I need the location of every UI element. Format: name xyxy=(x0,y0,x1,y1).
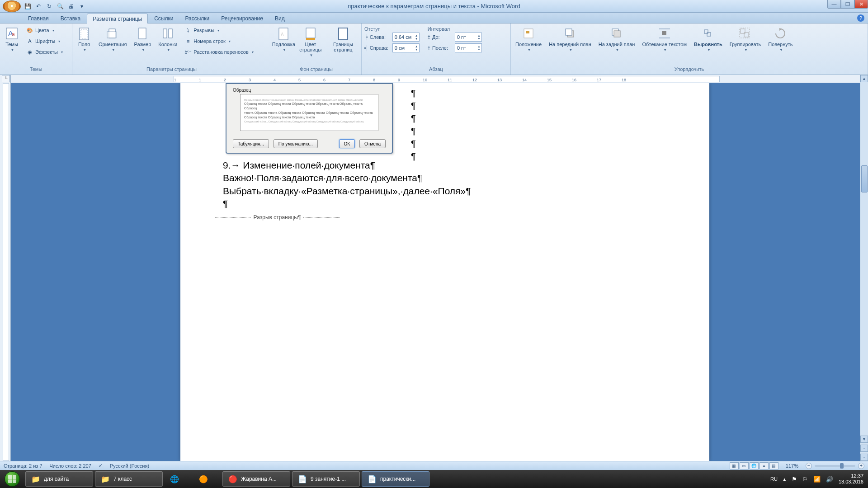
hyphenation-icon: bᶜ⁻ xyxy=(184,48,192,56)
orientation-icon xyxy=(105,26,120,41)
tabs-dialog-button[interactable]: Табуляция... xyxy=(233,139,269,148)
horizontal-ruler[interactable]: 1123456789101112131415161718 xyxy=(11,75,860,83)
minimize-button[interactable]: — xyxy=(827,0,841,9)
tray-action-center-icon[interactable]: ⚑ xyxy=(792,476,797,483)
margins-button[interactable]: Поля▼ xyxy=(75,25,93,53)
spin-up-icon[interactable]: ▲ xyxy=(477,34,481,37)
theme-colors-button[interactable]: 🎨Цвета▾ xyxy=(24,25,65,35)
zoom-in-icon[interactable]: + xyxy=(858,463,864,469)
spin-up-icon[interactable]: ▲ xyxy=(477,45,481,48)
zoom-track[interactable] xyxy=(815,465,855,467)
spin-down-icon[interactable]: ▼ xyxy=(415,37,418,40)
themes-button[interactable]: Aa Темы ▼ xyxy=(3,25,21,53)
tab-references[interactable]: Ссылки xyxy=(149,14,179,23)
dialog-preview: Предыдущий абзац Предыдущий абзац Предыд… xyxy=(240,94,378,131)
rotate-button[interactable]: Повернуть▼ xyxy=(766,25,794,53)
document-text[interactable]: 9.→ Изменение·полей·документа¶ Важно!·По… xyxy=(223,159,471,210)
spacing-after-input[interactable]: 0 пт▲▼ xyxy=(455,43,482,52)
spacing-before-input[interactable]: 0 пт▲▼ xyxy=(455,33,482,42)
page-color-button[interactable]: Цвет страницы▼ xyxy=(297,25,324,58)
scroll-up-icon[interactable]: ▲ xyxy=(860,75,868,82)
undo-icon[interactable]: ↶ xyxy=(34,2,42,10)
word-count[interactable]: Число слов: 2 207 xyxy=(50,463,91,469)
taskbar-item[interactable]: 📁7 класс xyxy=(95,471,163,487)
orientation-button[interactable]: Ориентация▼ xyxy=(97,25,128,53)
hyphenation-button[interactable]: bᶜ⁻Расстановка переносов▾ xyxy=(183,47,255,57)
text-wrap-button[interactable]: Обтекание текстом▼ xyxy=(640,25,689,53)
tab-view[interactable]: Вид xyxy=(269,14,290,23)
quick-print-icon[interactable]: 🖨 xyxy=(67,2,75,10)
tab-insert[interactable]: Вставка xyxy=(55,14,86,23)
spin-up-icon[interactable]: ▲ xyxy=(415,45,418,48)
office-button[interactable] xyxy=(3,0,21,12)
position-button[interactable]: Положение▼ xyxy=(514,25,543,53)
spin-down-icon[interactable]: ▼ xyxy=(477,48,481,51)
tab-page-layout[interactable]: Разметка страницы xyxy=(87,14,148,23)
redo-icon[interactable]: ↻ xyxy=(45,2,53,10)
page-container[interactable]: Образец Предыдущий абзац Предыдущий абза… xyxy=(11,83,860,461)
taskbar-item-app[interactable]: 🟠 xyxy=(193,471,221,487)
taskbar-item[interactable]: 🔴Жаравина А... xyxy=(222,471,290,487)
tray-language[interactable]: RU xyxy=(770,476,778,482)
zoom-level[interactable]: 117% xyxy=(786,463,798,469)
spin-up-icon[interactable]: ▲ xyxy=(415,34,418,37)
vertical-scrollbar[interactable]: ▲ ▼ ◦ ◦ xyxy=(860,75,868,461)
tray-up-icon[interactable]: ▴ xyxy=(783,476,786,483)
page-borders-button[interactable]: Границы страниц xyxy=(328,25,359,53)
language-status[interactable]: Русский (Россия) xyxy=(110,463,149,469)
theme-fonts-button[interactable]: AШрифты▾ xyxy=(24,36,65,46)
tray-clock[interactable]: 12:3713.03.2016 xyxy=(839,473,863,485)
spin-down-icon[interactable]: ▼ xyxy=(415,48,418,51)
draft-view-icon[interactable]: ▤ xyxy=(769,462,778,469)
maximize-button[interactable]: ❐ xyxy=(841,0,854,9)
indent-left-input[interactable]: 0,64 см▲▼ xyxy=(392,33,420,42)
breaks-button[interactable]: ⤵Разрывы▾ xyxy=(183,25,255,35)
align-button[interactable]: Выровнять▼ xyxy=(692,25,724,53)
tray-flag-icon[interactable]: ⚐ xyxy=(802,476,808,483)
tab-selector[interactable]: └ xyxy=(2,75,10,82)
send-back-button[interactable]: На задний план▼ xyxy=(597,25,637,53)
taskbar-item-active[interactable]: 📄практически... xyxy=(362,471,429,487)
size-button[interactable]: Размер▼ xyxy=(132,25,153,53)
ok-dialog-button[interactable]: ОК xyxy=(339,139,355,148)
taskbar-item-chrome[interactable]: 🌐 xyxy=(165,471,192,487)
vertical-ruler[interactable]: └ xyxy=(0,75,11,461)
full-screen-view-icon[interactable]: ▭ xyxy=(740,462,749,469)
zoom-thumb[interactable] xyxy=(840,463,844,469)
scroll-down-icon[interactable]: ▼ xyxy=(860,436,868,443)
svg-rect-6 xyxy=(107,32,116,38)
zoom-out-icon[interactable]: − xyxy=(806,463,812,469)
scrollbar-thumb[interactable] xyxy=(861,165,868,192)
tray-network-icon[interactable]: 📶 xyxy=(813,476,821,483)
next-page-icon[interactable]: ◦ xyxy=(860,454,868,461)
tab-mailings[interactable]: Рассылки xyxy=(179,14,215,23)
tab-home[interactable]: Главная xyxy=(23,14,54,23)
print-layout-view-icon[interactable]: ▦ xyxy=(730,462,739,469)
help-icon[interactable]: ? xyxy=(857,14,864,22)
page-status[interactable]: Страница: 2 из 7 xyxy=(4,463,42,469)
close-button[interactable]: ✕ xyxy=(854,0,868,9)
group-button[interactable]: Группировать▼ xyxy=(728,25,763,53)
line-numbers-button[interactable]: ≡Номера строк▾ xyxy=(183,36,255,46)
watermark-button[interactable]: AПодложка▼ xyxy=(274,25,293,53)
prev-page-icon[interactable]: ◦ xyxy=(860,445,868,452)
save-icon[interactable]: 💾 xyxy=(24,2,32,10)
qat-customize-icon[interactable]: ▾ xyxy=(78,2,86,10)
default-dialog-button[interactable]: По умолчанию... xyxy=(274,139,318,148)
indent-right-input[interactable]: 0 см▲▼ xyxy=(392,43,420,52)
columns-button[interactable]: Колонки▼ xyxy=(156,25,179,53)
print-preview-icon[interactable]: 🔍 xyxy=(56,2,64,10)
theme-effects-button[interactable]: ◉Эффекты▾ xyxy=(24,47,65,57)
tab-review[interactable]: Рецензирование xyxy=(216,14,269,23)
bring-front-button[interactable]: На передний план▼ xyxy=(547,25,593,53)
tray-volume-icon[interactable]: 🔊 xyxy=(826,476,833,483)
outline-view-icon[interactable]: ≡ xyxy=(760,462,769,469)
cancel-dialog-button[interactable]: Отмена xyxy=(359,139,386,148)
spell-check-icon[interactable]: ✓ xyxy=(99,463,103,469)
word-icon: 📄 xyxy=(367,474,377,484)
start-button[interactable] xyxy=(0,470,24,488)
spin-down-icon[interactable]: ▼ xyxy=(477,37,481,40)
taskbar-item[interactable]: 📁для сайта xyxy=(25,471,93,487)
web-layout-view-icon[interactable]: 🌐 xyxy=(750,462,759,469)
taskbar-item[interactable]: 📄9 занятие-1 ... xyxy=(292,471,360,487)
